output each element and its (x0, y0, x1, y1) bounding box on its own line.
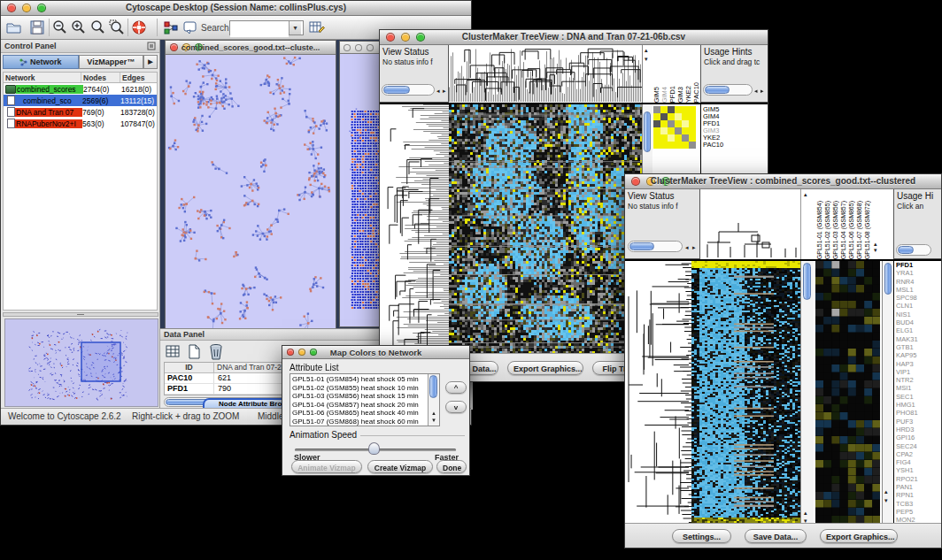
gene-label[interactable]: VIP1 (894, 368, 941, 376)
zoom-selected-icon[interactable] (109, 19, 125, 35)
search-dropdown-arrow[interactable]: ▾ (289, 21, 301, 35)
attribute-item[interactable]: GPL51-03 (GSM856) heat shock 15 min (290, 392, 428, 401)
column-label[interactable]: GIM5 (652, 87, 660, 103)
zoom-button[interactable] (367, 44, 374, 51)
column-label[interactable]: GIM3 (676, 87, 684, 103)
network-list-row[interactable]: combined_scores 2764(0) 16218(0) (4, 83, 157, 95)
scroll-down-arrow[interactable]: ▾ (874, 247, 877, 253)
usage-hints-hscrollbar[interactable] (896, 244, 931, 256)
attribute-item[interactable]: GPL51-02 (GSM855) heat shock 10 min (290, 384, 428, 393)
column-label[interactable]: PAC10 (692, 82, 700, 103)
id-column-header[interactable]: ID (165, 363, 214, 372)
vscroll-thumb[interactable] (884, 263, 892, 295)
attribute-item[interactable]: GPL51-07 (GSM868) heat shock 60 min (290, 418, 428, 426)
network-view-1-canvas[interactable] (166, 55, 336, 331)
gene-label[interactable]: TCB3 (894, 500, 941, 508)
search-combobox[interactable]: ▾ (229, 20, 304, 35)
table-edit-icon[interactable] (309, 19, 325, 35)
attribute-table-icon[interactable] (166, 344, 181, 359)
gene-label[interactable]: RNR4 (894, 278, 941, 286)
view-status-hscrollbar[interactable] (628, 241, 683, 252)
view-status-hscrollbar[interactable] (382, 84, 435, 96)
animate-vizmap-button[interactable]: Animate Vizmap (291, 460, 362, 473)
column-header-nodes[interactable]: Nodes (81, 73, 120, 82)
network-view-2-canvas[interactable] (340, 54, 384, 326)
gene-label[interactable]: PHO81 (894, 409, 941, 417)
network-window2-title-bar[interactable] (340, 42, 384, 54)
gene-label[interactable]: PAC10 (701, 142, 768, 149)
tv2-global-heatmap[interactable] (691, 261, 800, 525)
gene-label[interactable]: RPO21 (894, 475, 941, 483)
gene-label[interactable]: CPA2 (894, 450, 941, 458)
panel-splitter[interactable] (3, 312, 158, 317)
annotation-icon[interactable] (182, 19, 198, 35)
gene-label[interactable]: HMG1 (894, 401, 941, 409)
vscroll-thumb[interactable] (803, 263, 811, 300)
gene-label[interactable]: PUF3 (894, 418, 941, 426)
move-down-button[interactable]: v (445, 401, 467, 413)
help-lifesaver-icon[interactable] (131, 19, 147, 35)
column-label[interactable]: GIM4 (660, 87, 668, 103)
treeview1-title-bar[interactable]: ClusterMaker TreeView : DNA and Tran 07-… (380, 30, 768, 45)
tab-overflow-button[interactable]: ▶ (143, 55, 158, 69)
scroll-up-arrow[interactable]: ▴ (884, 488, 888, 495)
column-label[interactable]: GPL51-03 (GSM856) (831, 201, 839, 259)
attribute-item[interactable]: GPL51-04 (GSM857) heat shock 20 min (290, 401, 428, 410)
network-list-row[interactable]: DNA and Tran 07 769(0) 183728(0) (4, 106, 157, 118)
column-label[interactable]: GPL51-04 (GSM857) (839, 201, 847, 259)
scroll-right-arrow[interactable]: ▸ (692, 244, 696, 250)
gene-label[interactable]: SEC1 (894, 393, 941, 401)
move-up-button[interactable]: ^ (445, 381, 467, 394)
delete-attribute-icon[interactable] (208, 343, 224, 360)
gene-label[interactable]: RPN1 (894, 491, 941, 499)
animation-speed-slider-thumb[interactable] (368, 442, 380, 455)
column-label[interactable]: GPL51-06 (GSM865) (847, 201, 855, 259)
dialog-title-bar[interactable]: Map Colors to Network (282, 346, 469, 359)
tv1-row-dendrogram[interactable] (380, 104, 449, 355)
gene-label[interactable]: BUD4 (894, 318, 941, 326)
tv2-action-button[interactable]: Save Data... (745, 529, 807, 543)
gene-label[interactable]: PAN1 (894, 483, 941, 491)
column-label[interactable]: GPL51-01 (GSM854) (815, 201, 823, 259)
tv1-zoom-matrix[interactable] (653, 106, 696, 149)
column-label[interactable]: GPL51-08 (GSM872) (863, 201, 871, 259)
open-file-icon[interactable] (6, 19, 22, 35)
scroll-up-arrow[interactable]: ▴ (804, 510, 807, 516)
gene-label[interactable]: GPI16 (894, 433, 941, 441)
vscroll-thumb[interactable] (429, 375, 437, 398)
gene-label[interactable]: CLN1 (894, 302, 941, 310)
gene-label[interactable]: MAK31 (894, 335, 941, 343)
gene-label[interactable]: PFD1 (894, 261, 941, 269)
column-label[interactable]: GPL51-07 (GSM868) (855, 201, 863, 259)
tv2-zoom-heatmap[interactable] (815, 261, 880, 525)
listbox-vscrollbar[interactable]: ▲ ▼ (428, 374, 439, 426)
main-title-bar[interactable]: Cytoscape Desktop (Session Name: collins… (1, 1, 471, 16)
tv2-action-button[interactable]: Export Graphics... (820, 529, 898, 543)
hscroll-thumb[interactable] (629, 242, 654, 250)
gene-label[interactable]: NIS1 (894, 311, 941, 318)
hscroll-thumb[interactable] (705, 86, 730, 94)
tv2-gene-list[interactable]: PFD1YRA1RNR4MSL1SPC98CLN1NIS1BUD4ELG1MAK… (893, 261, 941, 525)
gene-label[interactable]: KAP95 (894, 351, 941, 359)
create-vizmap-button[interactable]: Create Vizmap (367, 460, 433, 473)
hscroll-thumb[interactable] (383, 86, 410, 94)
zoom-in-icon[interactable] (71, 19, 87, 35)
close-button[interactable] (344, 44, 351, 51)
column-header-edges[interactable]: Edges (120, 73, 157, 82)
gene-label[interactable]: MSL1 (894, 286, 941, 294)
gene-label[interactable]: HRD3 (894, 426, 941, 433)
column-header-network[interactable]: Network (4, 73, 81, 82)
tv2-column-dendrogram[interactable] (700, 189, 800, 257)
gene-label[interactable]: MSI1 (894, 384, 941, 392)
column-label[interactable]: GPL51-02 (GSM855) (823, 201, 831, 259)
scroll-up-arrow[interactable]: ▴ (874, 241, 877, 247)
zoom-fit-icon[interactable] (90, 19, 106, 35)
birds-eye-view[interactable] (4, 318, 158, 407)
scroll-left-arrow[interactable]: ◂ (436, 88, 440, 94)
column-label[interactable]: PFD1 (668, 86, 676, 103)
usage-hints-hscrollbar[interactable] (703, 84, 753, 96)
network-list-row[interactable]: combined_sco 2569(6) 13112(15) (4, 95, 157, 106)
scroll-left-arrow[interactable]: ◂ (754, 88, 758, 94)
tv1-action-button[interactable]: Export Graphics... (507, 361, 583, 375)
tv2-action-button[interactable]: Settings... (672, 529, 731, 543)
